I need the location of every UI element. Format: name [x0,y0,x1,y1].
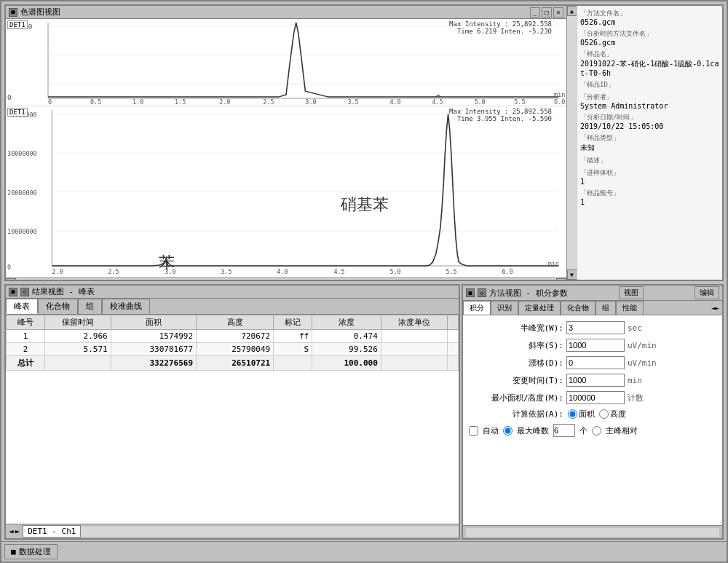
scroll-h-track[interactable] [16,278,556,280]
rt-1: 2.966 [45,330,111,343]
analysis-method-value: 0526.gcm [580,39,719,47]
area-radio[interactable] [568,409,577,419]
chart-h-scrollbar: ◄ ► [6,277,566,280]
half-width-row: 半峰宽(W): sec [469,321,716,334]
svg-text:10000000: 10000000 [7,228,37,235]
bottom-scroll-track[interactable] [81,527,459,537]
auto-checkbox[interactable] [469,426,478,436]
results-panel: ■ ◇ 结果视图 - 峰表 峰表 化合物 组 校准曲线 峰号 保留 [4,284,460,540]
height-radio-option: 高度 [599,409,626,420]
changetime-label: 变更时间(T): [469,375,563,386]
slope-input[interactable] [566,339,625,352]
svg-text:3.5: 3.5 [221,268,232,275]
data-processing-btn[interactable]: ■ 数据处理 [4,544,58,559]
min-area-input[interactable] [566,391,625,404]
tab-compounds[interactable]: 化合物 [38,299,78,314]
analyst-label: 「分析者」 [580,92,719,102]
conc-total: 100.000 [312,356,381,371]
results-title: 结果视图 - 峰表 [32,286,95,297]
extra-total [447,356,458,371]
sample-type-section: 「样品类型」 未知 [580,133,719,153]
area-radio-label: 面积 [579,409,595,420]
svg-text:4.5: 4.5 [333,268,344,275]
changetime-input[interactable] [566,374,625,387]
tab-nav-right[interactable]: ► [716,304,719,312]
tab-calibration[interactable]: 校准曲线 [102,299,150,314]
method-title-bar: ■ ◇ 方法视图 - 积分参数 视图 编辑 [463,286,722,301]
svg-text:5.0: 5.0 [389,268,400,275]
view-button[interactable]: 视图 [619,286,644,299]
method-content: 半峰宽(W): sec 斜率(S): uV/min 漂移(D): uV/min [463,315,722,525]
tab-groups-method[interactable]: 组 [596,301,616,315]
results-bottom-bar: ◄ ► DET1 - Ch1 [6,524,459,538]
scroll-up-btn[interactable]: ▲ [567,6,577,16]
method-scroll-track[interactable] [466,528,719,537]
max-peaks-label: 最大峰数 [517,425,549,436]
area-2: 330701677 [111,343,196,356]
unit-1 [381,330,447,343]
height-radio[interactable] [599,409,609,419]
chart-bottom-tag: DET1 [7,108,28,117]
height-radio-label: 高度 [610,409,626,420]
injection-vol-value: 1 [580,178,719,186]
tab-quantitative[interactable]: 定量处理 [518,301,561,315]
method-file-label: 「方法文件名」 [580,9,719,18]
description-section: 「描述」 [580,156,719,165]
peak-no-1: 1 [7,330,45,343]
svg-text:20000000: 20000000 [7,189,37,197]
charts-area: ■ 色谱图视图 _ □ × DET1 Max Intensity : 25,89… [6,6,566,280]
svg-text:4.0: 4.0 [277,268,288,275]
rt-2: 5.571 [45,343,111,356]
edit-button[interactable]: 编辑 [695,286,719,299]
injection-vol-label: 「进样体积」 [580,168,719,178]
half-width-input[interactable] [566,321,625,334]
tab-peak-table[interactable]: 峰表 [6,299,38,314]
nav-left[interactable]: ◄ [9,527,14,536]
col-height: 高度 [197,315,274,330]
analysis-date-section: 「分析日期/时间」 2019/10/22 15:05:00 [580,113,719,130]
nav-right[interactable]: ► [15,527,20,536]
tab-compounds-method[interactable]: 化合物 [561,301,596,315]
sample-name-section: 「样品名」 20191022-苯-硝化-1硝酸-1硫酸-0.1cat-T0-6h [580,50,719,77]
tab-groups[interactable]: 组 [78,299,102,314]
content-area: ■ 色谱图视图 _ □ × DET1 Max Intensity : 25,89… [1,1,727,541]
minimize-icon[interactable]: _ [530,7,540,17]
chart-top-max: Max Intensity : 25,892.558 [449,20,552,28]
method-file-section: 「方法文件名」 0526.gcm [580,9,719,26]
chart-v-scrollbar: ▲ ▼ [566,6,577,280]
peak-no-total: 总计 [7,356,45,371]
analysis-method-label: 「分析时的方法文件名」 [580,29,719,39]
chart-top-tag: DET1 [7,20,28,29]
drift-input[interactable] [566,356,625,369]
col-retention-time: 保留时间 [45,315,111,330]
channel-tab[interactable]: DET1 - Ch1 [23,525,81,538]
tab-integration[interactable]: 积分 [463,301,491,315]
main-peak-radio[interactable] [592,426,601,436]
scroll-left-btn[interactable]: ◄ [6,278,16,280]
scroll-right-btn[interactable]: ► [556,278,566,280]
scroll-track [567,16,577,269]
chart-top: DET1 Max Intensity : 25,892.558 Time 6.2… [6,19,566,106]
min-area-label: 最小面积/高度(M): [469,393,563,403]
maximize-icon[interactable]: □ [542,7,552,17]
peak-table-container: 峰号 保留时间 面积 高度 标记 浓度 浓度单位 [6,315,459,524]
svg-text:30000000: 30000000 [7,150,37,157]
close-icon[interactable]: × [553,7,563,17]
svg-text:0.5: 0.5 [90,98,101,106]
method-tabs: 积分 识别 定量处理 化合物 组 性能 ◄ ► [463,301,722,315]
area-1: 1574992 [111,330,196,343]
tab-performance[interactable]: 性能 [616,301,644,315]
tab-identification[interactable]: 识别 [491,301,518,315]
analysis-date-value: 2019/10/22 15:05:00 [580,122,719,130]
bottom-area: ■ ◇ 结果视图 - 峰表 峰表 化合物 组 校准曲线 峰号 保留 [4,284,724,540]
method-file-value: 0526.gcm [580,18,719,26]
max-peaks-radio[interactable] [503,426,513,436]
svg-text:4.0: 4.0 [389,98,400,106]
chart-container: DET1 Max Intensity : 25,892.558 Time 6.2… [6,19,566,280]
svg-text:min: min [548,260,559,267]
method-title: 方法视图 - 积分参数 [489,288,568,299]
max-peaks-input[interactable] [553,424,575,437]
scroll-down-btn[interactable]: ▼ [567,269,577,280]
results-icon2: ◇ [20,288,29,296]
col-extra [447,315,458,330]
